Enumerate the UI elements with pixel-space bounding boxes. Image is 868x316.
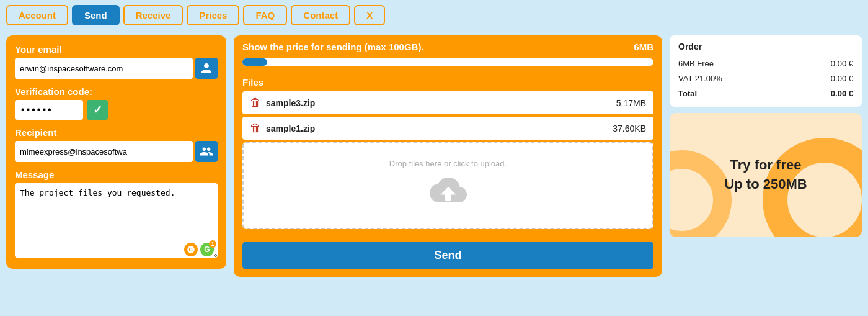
faq-button[interactable]: FAQ <box>243 5 287 25</box>
verify-check-button[interactable]: ✓ <box>87 100 108 120</box>
send-main-button[interactable]: Send <box>242 242 653 269</box>
delete-file-icon[interactable]: 🗑 <box>250 122 261 135</box>
files-label: Files <box>242 77 653 88</box>
spell-check-icon: G <box>184 243 198 256</box>
promo-line2: Up to 250MB <box>724 176 807 192</box>
recipient-input[interactable] <box>15 141 193 162</box>
drop-text: Drop files here or click to upload. <box>389 159 507 168</box>
user-icon <box>200 62 213 74</box>
table-row: 🗑 sample3.zip 5.17MB <box>242 91 653 114</box>
file-size: 5.17MB <box>616 98 646 108</box>
verification-input[interactable] <box>15 100 83 120</box>
file-name: sample3.zip <box>266 98 315 108</box>
file-item-left: 🗑 sample3.zip <box>250 96 315 109</box>
progress-bar-background <box>242 58 653 66</box>
recipient-label: Recipient <box>15 127 218 138</box>
order-total-value: 0.00 € <box>831 89 853 98</box>
receive-button[interactable]: Receive <box>123 5 184 25</box>
contact-button[interactable]: Contact <box>291 5 350 25</box>
center-panel: Show the price for sending (max 100GB). … <box>234 35 662 277</box>
contacts-icon <box>200 145 213 158</box>
verification-label: Verification code: <box>15 86 218 97</box>
price-header: Show the price for sending (max 100GB). … <box>234 35 662 58</box>
verification-row: ✓ <box>15 100 218 120</box>
recipient-row <box>15 141 218 162</box>
order-row-label: VAT 21.00% <box>678 74 722 83</box>
order-row-total: Total 0.00 € <box>678 86 853 101</box>
order-row-value: 0.00 € <box>831 59 853 68</box>
order-total-label: Total <box>678 89 697 98</box>
table-row: 🗑 sample1.zip 37.60KB <box>242 117 653 140</box>
send-button-section: Send <box>234 238 662 277</box>
email-row <box>15 58 218 79</box>
contacts-icon-button[interactable] <box>195 141 218 162</box>
progress-bar-section <box>234 58 662 72</box>
user-icon-button[interactable] <box>195 58 218 79</box>
promo-box: Try for free Up to 250MB <box>670 113 862 237</box>
progress-bar-fill <box>242 58 267 66</box>
main-layout: Your email Verification code: ✓ Recipien… <box>0 30 868 282</box>
right-panel: Order 6MB Free 0.00 € VAT 21.00% 0.00 € … <box>670 35 862 237</box>
upload-icon <box>430 174 467 212</box>
file-name: sample1.zip <box>266 124 315 133</box>
order-row-label: 6MB Free <box>678 59 714 68</box>
send-button[interactable]: Send <box>72 5 120 25</box>
order-row-value: 0.00 € <box>831 74 853 83</box>
svg-text:G: G <box>189 247 193 253</box>
account-button[interactable]: Account <box>6 5 68 25</box>
files-area: Files 🗑 sample3.zip 5.17MB 🗑 sample1.zip… <box>234 72 662 238</box>
promo-text: Try for free Up to 250MB <box>724 156 807 194</box>
size-label: 6MB <box>634 42 653 52</box>
message-wrapper: The project files you requested. G G 1 <box>15 183 218 260</box>
price-title: Show the price for sending (max 100GB). <box>242 42 424 52</box>
top-nav: Account Send Receive Prices FAQ Contact … <box>0 0 868 30</box>
promo-line1: Try for free <box>730 157 802 173</box>
email-input[interactable] <box>15 58 193 79</box>
drop-zone[interactable]: Drop files here or click to upload. <box>242 142 653 229</box>
left-panel: Your email Verification code: ✓ Recipien… <box>6 35 226 269</box>
order-row-free: 6MB Free 0.00 € <box>678 56 853 71</box>
file-item-left: 🗑 sample1.zip <box>250 122 315 135</box>
file-size: 37.60KB <box>613 124 646 133</box>
message-label: Message <box>15 169 218 180</box>
order-row-vat: VAT 21.00% 0.00 € <box>678 71 853 86</box>
close-button[interactable]: X <box>354 5 385 25</box>
textarea-icons: G G 1 <box>184 243 214 256</box>
promo-arc2 <box>670 150 732 237</box>
delete-file-icon[interactable]: 🗑 <box>250 96 261 109</box>
badge: 1 <box>209 240 216 248</box>
email-label: Your email <box>15 44 218 55</box>
order-title: Order <box>678 42 853 52</box>
order-box: Order 6MB Free 0.00 € VAT 21.00% 0.00 € … <box>670 35 862 107</box>
grammarly-icon: G 1 <box>200 243 214 256</box>
prices-button[interactable]: Prices <box>187 5 239 25</box>
